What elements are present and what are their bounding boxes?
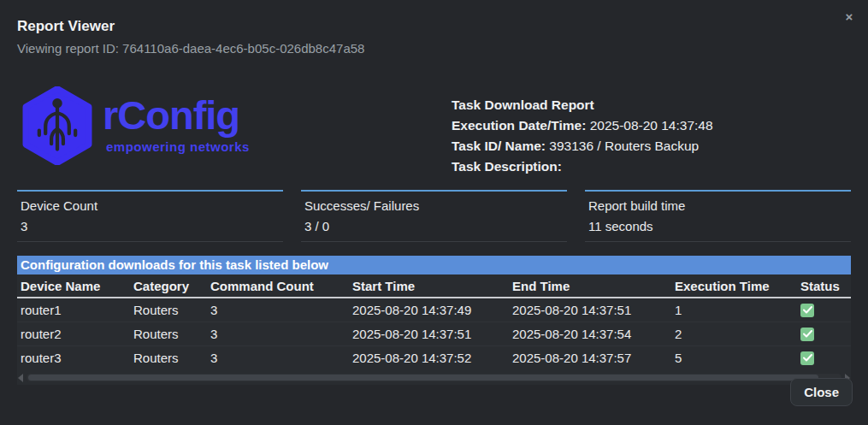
table-banner: Configuration downloads for this task li…: [17, 256, 851, 274]
table-row: router3 Routers 3 2025-08-20 14:37:52 20…: [17, 346, 851, 370]
scroll-left-icon[interactable]: [18, 374, 23, 382]
report-viewer-modal: { "modal": { "title": "Report Viewer", "…: [0, 0, 868, 425]
stat-device-count: Device Count 3: [17, 190, 283, 242]
cell-category: Routers: [130, 346, 207, 370]
downloads-table-section: Configuration downloads for this task li…: [17, 256, 851, 385]
table-row: router1 Routers 3 2025-08-20 14:37:49 20…: [17, 298, 851, 322]
cell-command-count: 3: [207, 298, 349, 322]
success-checkbox-icon: [800, 328, 814, 341]
cell-execution-time: 1: [671, 298, 797, 322]
cell-end-time: 2025-08-20 14:37:57: [509, 346, 671, 370]
stat-successes-failures: Successes/ Failures 3 / 0: [301, 190, 567, 242]
rconfig-logo: rConfig empowering networks: [17, 86, 250, 165]
close-button[interactable]: Close: [790, 378, 853, 406]
horizontal-scrollbar[interactable]: [18, 372, 850, 383]
table-row: router2 Routers 3 2025-08-20 14:37:51 20…: [17, 322, 851, 346]
cell-execution-time: 5: [671, 346, 797, 370]
close-icon[interactable]: ×: [841, 9, 858, 26]
col-status: Status: [797, 274, 851, 298]
stat-value: 3: [21, 219, 280, 233]
stat-value: 11 seconds: [588, 219, 847, 233]
task-id-name: Task ID/ Name: 393136 / Routers Backup: [452, 136, 851, 156]
cell-end-time: 2025-08-20 14:37:51: [509, 298, 671, 322]
success-checkbox-icon: [800, 304, 814, 317]
task-id-value: 393136 / Routers Backup: [549, 139, 699, 153]
stats-row: Device Count 3 Successes/ Failures 3 / 0…: [17, 190, 851, 242]
brand-row: rConfig empowering networks Task Downloa…: [17, 86, 851, 177]
task-info: Task Download Report Execution Date/Time…: [452, 86, 851, 177]
col-end-time: End Time: [509, 274, 671, 298]
task-description-label: Task Description:: [452, 159, 562, 174]
cell-device-name: router3: [17, 346, 130, 370]
rconfig-hexagon-icon: [17, 86, 97, 165]
cell-command-count: 3: [207, 346, 349, 370]
logo-text: rConfig empowering networks: [103, 86, 250, 154]
col-device-name: Device Name: [17, 274, 130, 298]
task-description: Task Description:: [452, 156, 851, 177]
cell-category: Routers: [130, 322, 207, 346]
cell-execution-time: 2: [671, 322, 797, 346]
report-id-subtitle: Viewing report ID: 764110a6-daea-4ec6-b0…: [17, 41, 851, 56]
task-report-heading: Task Download Report: [452, 95, 851, 115]
success-checkbox-icon: [800, 351, 814, 365]
cell-end-time: 2025-08-20 14:37:54: [509, 322, 671, 346]
stat-label: Report build time: [588, 198, 847, 213]
logo-tagline: empowering networks: [103, 139, 250, 154]
cell-start-time: 2025-08-20 14:37:51: [349, 322, 509, 346]
downloads-table: Device Name Category Command Count Start…: [17, 274, 851, 369]
stat-label: Successes/ Failures: [304, 198, 564, 213]
logo-name: rConfig: [103, 93, 250, 138]
cell-start-time: 2025-08-20 14:37:49: [349, 298, 509, 322]
modal-footer: Close: [790, 378, 853, 406]
col-start-time: Start Time: [349, 274, 509, 298]
execution-datetime-value: 2025-08-20 14:37:48: [590, 118, 713, 133]
stat-value: 3 / 0: [304, 219, 564, 233]
table-header-row: Device Name Category Command Count Start…: [17, 274, 851, 298]
scrollbar-track[interactable]: [27, 374, 841, 381]
modal-header: Report Viewer Viewing report ID: 764110a…: [0, 0, 868, 56]
col-command-count: Command Count: [207, 274, 349, 298]
task-execution-datetime: Execution Date/Time: 2025-08-20 14:37:48: [452, 115, 851, 136]
cell-start-time: 2025-08-20 14:37:52: [349, 346, 509, 370]
scrollbar-thumb[interactable]: [28, 375, 818, 381]
cell-device-name: router2: [17, 322, 130, 346]
task-id-label: Task ID/ Name:: [452, 139, 546, 153]
modal-body: rConfig empowering networks Task Downloa…: [0, 86, 868, 385]
stat-label: Device Count: [21, 198, 280, 213]
execution-datetime-label: Execution Date/Time:: [452, 118, 586, 133]
cell-device-name: router1: [17, 298, 130, 322]
stat-report-build-time: Report build time 11 seconds: [585, 190, 851, 242]
cell-status: [797, 346, 851, 370]
cell-status: [797, 298, 851, 322]
col-execution-time: Execution Time: [671, 274, 797, 298]
cell-command-count: 3: [207, 322, 349, 346]
page-title: Report Viewer: [17, 18, 851, 35]
cell-category: Routers: [130, 298, 207, 322]
cell-status: [797, 322, 851, 346]
col-category: Category: [130, 274, 207, 298]
